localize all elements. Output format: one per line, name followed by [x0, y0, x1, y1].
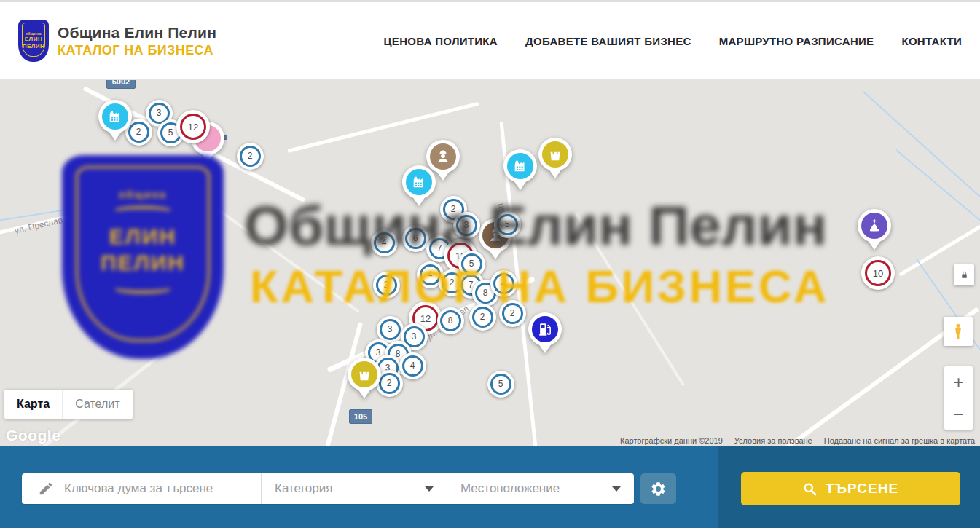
map-water-line: [863, 91, 980, 209]
watermark-name-line2: ПЕЛИН: [101, 250, 185, 276]
factory-icon: [406, 169, 432, 195]
industry-pin[interactable]: [503, 149, 537, 197]
pegman-icon: [949, 323, 967, 340]
location-select[interactable]: Местоположение: [447, 473, 634, 504]
search-icon: [803, 482, 817, 496]
nav-pricing-policy[interactable]: ЦЕНОВА ПОЛИТИКА: [384, 35, 498, 47]
industry-pin[interactable]: [402, 165, 436, 213]
nav-route-schedule[interactable]: МАРШРУТНО РАЗПИСАНИЕ: [719, 35, 874, 47]
page: община ЕЛИН ПЕЛИН Община Елин Пелин КАТА…: [0, 0, 980, 528]
gear-icon: [650, 481, 667, 497]
attribution-terms-link[interactable]: Условия за ползване: [734, 436, 812, 445]
nav-add-business[interactable]: ДОБАВЕТЕ ВАШИЯТ БИЗНЕС: [525, 35, 691, 47]
watermark-crest-icon: община ЕЛИН ПЕЛИН: [62, 155, 224, 359]
map-type-map-button[interactable]: Карта: [4, 390, 62, 419]
search-button-label: ТЪРСЕНЕ: [826, 481, 898, 497]
nav-contacts[interactable]: КОНТАКТИ: [901, 35, 962, 47]
lock-control-button[interactable]: [954, 264, 974, 285]
zoom-out-button[interactable]: −: [944, 398, 973, 430]
map-type-control: Карта Сателит: [4, 390, 133, 419]
keyword-field[interactable]: [22, 473, 261, 504]
map-road: [42, 328, 194, 446]
bag-icon: [542, 141, 568, 168]
attribution-report-error-link[interactable]: Подаване на сигнал за грешка в картата: [824, 436, 975, 445]
map-road: [574, 212, 685, 387]
map-attribution: Картографски данни ©2019 Условия за полз…: [620, 436, 975, 445]
header: община ЕЛИН ПЕЛИН Община Елин Пелин КАТА…: [0, 0, 980, 80]
cluster-marker[interactable]: 4: [371, 229, 398, 256]
search-submit-button[interactable]: ТЪРСЕНЕ: [741, 472, 960, 505]
cluster-marker[interactable]: 2: [373, 272, 400, 299]
attribution-copyright: Картографски данни ©2019: [620, 436, 723, 445]
map-water-line: [0, 198, 137, 222]
municipality-crest-icon: община ЕЛИН ПЕЛИН: [18, 20, 49, 62]
industry-pin[interactable]: [98, 100, 132, 147]
cluster-marker[interactable]: 8: [437, 307, 464, 334]
street-label: ул. Преслав: [13, 215, 63, 236]
category-placeholder: Категория: [275, 481, 425, 496]
church-icon: [861, 213, 887, 239]
caret-down-icon: [425, 486, 434, 492]
factory-icon: [507, 153, 533, 179]
map-road: [181, 182, 360, 313]
search-fields: Категория Местоположение: [22, 473, 634, 504]
advanced-settings-button[interactable]: [640, 473, 676, 504]
watermark-subtitle: КАТАЛОГ НА БИЗНЕСА: [250, 260, 830, 312]
bag-icon: [351, 361, 377, 387]
watermark-title: Община Елин Пелин: [244, 194, 827, 257]
cluster-marker[interactable]: 10: [861, 256, 895, 290]
shopping-pin[interactable]: [538, 138, 572, 185]
category-select[interactable]: Категория: [261, 473, 447, 504]
street-view-pegman-button[interactable]: [944, 317, 973, 346]
cluster-marker[interactable]: 2: [469, 304, 496, 331]
zoom-in-button[interactable]: +: [944, 366, 973, 398]
shopping-pin[interactable]: [348, 358, 381, 405]
map-canvas[interactable]: ул. Преславбул. „Новоселци“6002105325122…: [0, 80, 980, 446]
cluster-marker[interactable]: 6: [402, 225, 429, 252]
site-title: Община Елин Пелин: [58, 24, 216, 42]
lock-icon: [960, 270, 969, 280]
cluster-marker[interactable]: 5: [487, 371, 514, 398]
location-placeholder: Местоположение: [460, 481, 612, 496]
cluster-marker[interactable]: 4: [399, 352, 426, 379]
cluster-marker[interactable]: 5: [494, 211, 521, 238]
cluster-marker[interactable]: 12: [176, 110, 210, 143]
fuel-pin[interactable]: [528, 312, 562, 360]
main-nav: ЦЕНОВА ПОЛИТИКА ДОБАВЕТЕ ВАШИЯТ БИЗНЕС М…: [384, 35, 962, 47]
watermark-org-label: община: [119, 189, 167, 200]
road-shield-label: 6002: [106, 80, 136, 89]
pencil-icon: [38, 481, 54, 497]
brand-logo[interactable]: община ЕЛИН ПЕЛИН Община Елин Пелин КАТА…: [18, 20, 216, 62]
search-bar: Категория Местоположение ТЪРСЕНЕ: [0, 446, 980, 528]
caret-down-icon: [612, 486, 621, 492]
watermark-name-line1: ЕЛИН: [109, 224, 176, 250]
church-pin[interactable]: [858, 209, 891, 256]
cluster-marker[interactable]: 3: [377, 316, 404, 343]
map-water-line: [895, 149, 980, 225]
map-type-satellite-button[interactable]: Сателит: [62, 390, 132, 419]
google-logo[interactable]: Google: [6, 427, 60, 444]
site-subtitle: КАТАЛОГ НА БИЗНЕСА: [58, 43, 216, 58]
cluster-marker[interactable]: 4: [490, 270, 517, 297]
zoom-control: + −: [944, 366, 973, 430]
cluster-marker[interactable]: 2: [499, 300, 526, 327]
cluster-marker[interactable]: 3: [453, 212, 480, 239]
fuel-icon: [532, 316, 558, 342]
cluster-marker[interactable]: 2: [237, 143, 264, 170]
keyword-input[interactable]: [64, 481, 246, 496]
road-shield-label: 105: [349, 409, 372, 424]
factory-icon: [102, 103, 128, 130]
